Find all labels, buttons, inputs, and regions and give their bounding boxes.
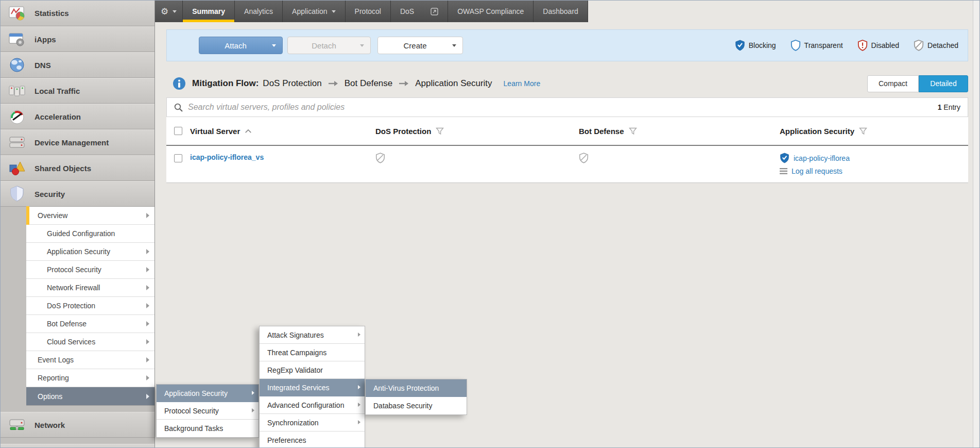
sidebar-item-label: Shared Objects bbox=[35, 164, 91, 173]
sidebar-item-label: Local Traffic bbox=[35, 87, 80, 95]
entry-count-number: 1 bbox=[938, 103, 942, 111]
iapps-icon bbox=[8, 30, 26, 48]
chevron-down-icon bbox=[332, 10, 336, 13]
sidebar-item-statistics[interactable]: Statistics bbox=[1, 1, 154, 26]
learn-more-link[interactable]: Learn More bbox=[504, 79, 541, 88]
vertical-scrollbar[interactable] bbox=[973, 1, 979, 447]
tab-summary[interactable]: Summary bbox=[183, 1, 235, 22]
menu-item-background-tasks[interactable]: Background Tasks bbox=[157, 420, 259, 437]
menu-item-database-security[interactable]: Database Security bbox=[366, 397, 467, 414]
sidebar-item-device-management[interactable]: Device Management bbox=[1, 129, 154, 155]
sidebar-item-security[interactable]: Security bbox=[1, 181, 154, 207]
detach-button[interactable]: Detach bbox=[287, 37, 371, 54]
mitigation-flow-title: Mitigation Flow: bbox=[192, 78, 259, 89]
menu-item-threat-campaigns[interactable]: Threat Campaigns bbox=[260, 344, 365, 361]
info-icon bbox=[173, 77, 186, 90]
tab-dos[interactable]: DoS bbox=[391, 1, 448, 22]
filter-funnel-icon[interactable] bbox=[629, 127, 637, 135]
search-bar: 1 Entry bbox=[166, 97, 968, 117]
menu-item-attack-signatures[interactable]: Attack Signatures bbox=[260, 326, 365, 344]
column-header-virtual-server[interactable]: Virtual Server bbox=[190, 127, 375, 136]
column-header-bot-defense[interactable]: Bot Defense bbox=[579, 127, 780, 136]
sidebar-divider bbox=[1, 438, 154, 444]
virtual-server-cell: icap-policy-iflorea_vs bbox=[190, 146, 375, 182]
submenu-item-label: Bot Defense bbox=[47, 320, 87, 328]
menu-item-integrated-services[interactable]: Integrated Services bbox=[260, 379, 365, 396]
sidebar-item-dns[interactable]: DNS bbox=[1, 52, 154, 78]
sidebar-item-shared-objects[interactable]: Shared Objects bbox=[1, 155, 154, 181]
summary-tab-bar: ⚙ Summary Analytics Application Protocol… bbox=[155, 1, 588, 22]
security-submenu-event-logs[interactable]: Event Logs bbox=[26, 351, 154, 369]
submenu-item-label: Overview bbox=[38, 211, 67, 220]
menu-item-regexp-validator[interactable]: RegExp Validator bbox=[260, 361, 365, 379]
select-all-checkbox[interactable] bbox=[174, 127, 182, 135]
legend-label: Blocking bbox=[749, 41, 776, 49]
sidebar-item-network[interactable]: Network bbox=[1, 412, 154, 438]
virtual-servers-table: Virtual Server DoS Protection Bot Defens… bbox=[166, 117, 968, 183]
detached-shield-icon[interactable] bbox=[375, 153, 385, 163]
tab-protocol[interactable]: Protocol bbox=[346, 1, 391, 22]
security-submenu-bot-defense[interactable]: Bot Defense bbox=[26, 315, 154, 333]
submenu-item-label: Guided Configuration bbox=[47, 229, 115, 238]
tab-owasp-compliance[interactable]: OWASP Compliance bbox=[448, 1, 534, 22]
tab-label: OWASP Compliance bbox=[457, 7, 524, 15]
log-list-icon bbox=[780, 168, 787, 174]
security-submenu-network-firewall[interactable]: Network Firewall bbox=[26, 279, 154, 297]
sidebar-item-local-traffic[interactable]: Local Traffic bbox=[1, 78, 154, 104]
chevron-right-icon bbox=[146, 213, 149, 218]
chevron-right-icon bbox=[358, 403, 360, 407]
chevron-right-icon bbox=[146, 267, 149, 272]
application-security-policy-link[interactable]: icap-policy-iflorea bbox=[794, 154, 850, 162]
sidebar-item-acceleration[interactable]: Acceleration bbox=[1, 104, 154, 129]
network-icon bbox=[8, 416, 26, 434]
submenu-item-label: Options bbox=[38, 392, 62, 401]
menu-item-label: Application Security bbox=[164, 389, 228, 397]
security-submenu-reporting[interactable]: Reporting bbox=[26, 369, 154, 387]
chevron-right-icon bbox=[358, 420, 360, 424]
security-submenu-dos-protection[interactable]: DoS Protection bbox=[26, 297, 154, 315]
chevron-right-icon bbox=[252, 391, 254, 395]
legend-label: Transparent bbox=[804, 41, 843, 49]
detached-shield-icon bbox=[914, 40, 924, 51]
menu-item-synchronization[interactable]: Synchronization bbox=[260, 414, 365, 432]
security-submenu-cloud-services[interactable]: Cloud Services bbox=[26, 333, 154, 351]
create-button[interactable]: Create bbox=[377, 37, 463, 54]
tab-label: Protocol bbox=[355, 7, 381, 15]
sidebar-item-system[interactable]: System bbox=[1, 444, 154, 448]
column-header-label: Virtual Server bbox=[190, 127, 240, 136]
tab-settings-gear[interactable]: ⚙ bbox=[155, 1, 183, 22]
tab-dashboard[interactable]: Dashboard bbox=[534, 1, 588, 22]
menu-item-preferences[interactable]: Preferences bbox=[260, 432, 365, 448]
detailed-view-button[interactable]: Detailed bbox=[919, 75, 968, 92]
row-checkbox[interactable] bbox=[174, 154, 182, 162]
log-all-requests-link[interactable]: Log all requests bbox=[792, 167, 843, 175]
security-submenu-overview[interactable]: Overview bbox=[26, 207, 154, 225]
chevron-right-icon bbox=[358, 333, 360, 337]
detached-shield-icon[interactable] bbox=[579, 153, 589, 163]
filter-funnel-icon[interactable] bbox=[436, 127, 444, 135]
sidebar-item-label: Security bbox=[35, 190, 65, 198]
menu-item-anti-virus-protection[interactable]: Anti-Virus Protection bbox=[366, 379, 467, 397]
tab-application[interactable]: Application bbox=[283, 1, 346, 22]
search-input[interactable] bbox=[188, 103, 938, 112]
attach-button[interactable]: Attach bbox=[199, 37, 283, 54]
virtual-server-link[interactable]: icap-policy-iflorea_vs bbox=[190, 153, 264, 161]
device-management-icon bbox=[8, 133, 26, 152]
column-header-application-security[interactable]: Application Security bbox=[780, 127, 968, 136]
security-submenu-options[interactable]: Options bbox=[26, 387, 154, 405]
filter-funnel-icon[interactable] bbox=[859, 127, 867, 135]
application-security-popup-menu: Attack Signatures Threat Campaigns RegEx… bbox=[259, 326, 365, 448]
column-header-dos-protection[interactable]: DoS Protection bbox=[375, 127, 579, 136]
menu-item-protocol-security[interactable]: Protocol Security bbox=[157, 402, 259, 420]
legend-label: Disabled bbox=[871, 41, 899, 49]
menu-item-application-security[interactable]: Application Security bbox=[157, 385, 259, 402]
sidebar-item-iapps[interactable]: iApps bbox=[1, 26, 154, 52]
security-submenu-application-security[interactable]: Application Security bbox=[26, 243, 154, 261]
compact-view-button[interactable]: Compact bbox=[867, 75, 919, 92]
submenu-item-label: Event Logs bbox=[38, 356, 74, 364]
tab-analytics[interactable]: Analytics bbox=[235, 1, 283, 22]
table-row: icap-policy-iflorea_vs bbox=[166, 146, 968, 183]
security-submenu-guided-configuration[interactable]: Guided Configuration bbox=[26, 225, 154, 243]
menu-item-advanced-configuration[interactable]: Advanced Configuration bbox=[260, 396, 365, 414]
security-submenu-protocol-security[interactable]: Protocol Security bbox=[26, 261, 154, 279]
